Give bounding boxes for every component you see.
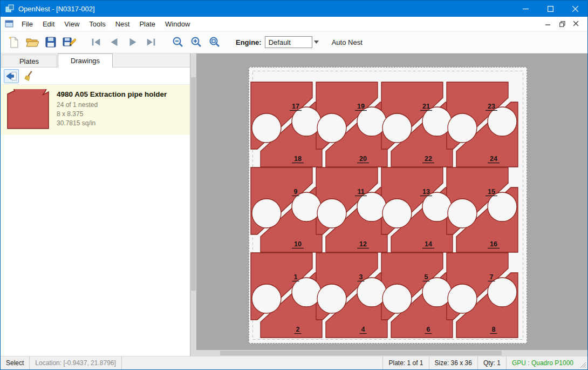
nest-canvas[interactable]: 171819202122232491011121314151612345678: [190, 53, 587, 356]
vertical-scrollbar[interactable]: [190, 53, 196, 350]
part-number: 3: [359, 273, 363, 281]
open-button[interactable]: [23, 33, 42, 51]
part-number: 22: [425, 155, 432, 163]
part-hole: [357, 192, 386, 221]
tab-drawings[interactable]: Drawings: [58, 53, 113, 68]
new-file-icon: [8, 36, 20, 49]
return-part-button[interactable]: [4, 69, 19, 83]
open-folder-icon: [25, 36, 39, 49]
part-hole: [488, 278, 517, 307]
zoom-fit-icon: [208, 36, 221, 49]
previous-plate-button[interactable]: [105, 33, 124, 51]
engine-value: Default: [269, 38, 291, 46]
part-hole: [382, 199, 412, 228]
part-number: 24: [490, 155, 497, 163]
menu-item-view[interactable]: View: [59, 17, 84, 31]
content-area: Plates Drawings 4980 A05 Extraction pipe…: [1, 53, 587, 356]
scrollbar-corner: [190, 350, 196, 356]
save-icon: [44, 36, 57, 49]
document-window-icon[interactable]: [5, 19, 13, 28]
titlebar: OpenNest - [N0317-002]: [1, 1, 587, 17]
clean-button[interactable]: [22, 69, 37, 83]
chevron-down-icon[interactable]: [312, 36, 321, 48]
part-hole: [488, 107, 517, 136]
mdi-restore-button[interactable]: [555, 18, 569, 29]
part-number: 4: [361, 326, 365, 333]
part-number: 21: [422, 103, 430, 110]
next-arrow-icon: [127, 36, 139, 48]
part-hole: [252, 199, 281, 228]
menubar: FileEditViewToolsNestPlateWindow: [1, 17, 587, 31]
part-hole: [317, 199, 346, 228]
status-qty: Qty: 1: [478, 356, 506, 369]
menu: FileEditViewToolsNestPlateWindow: [17, 17, 195, 31]
last-plate-button[interactable]: [142, 33, 160, 51]
vertical-scrollbar-thumb[interactable]: [191, 77, 196, 291]
part-hole: [292, 107, 321, 136]
drawing-list-item[interactable]: 4980 A05 Extraction pipe holder 24 of 1 …: [1, 85, 190, 134]
plate-sheet[interactable]: 171819202122232491011121314151612345678: [249, 67, 527, 344]
menu-item-file[interactable]: File: [17, 17, 38, 31]
menu-item-nest[interactable]: Nest: [111, 17, 135, 31]
back-arrow-icon: [5, 71, 17, 82]
mdi-close-button[interactable]: [569, 18, 583, 29]
zoom-fit-button[interactable]: [206, 33, 224, 51]
part-number: 15: [488, 188, 495, 196]
part-number: 10: [294, 240, 302, 248]
part-hole: [317, 113, 346, 143]
first-arrow-icon: [90, 36, 102, 48]
part-number: 18: [294, 155, 302, 163]
part-hole: [488, 192, 517, 221]
menu-item-window[interactable]: Window: [160, 17, 195, 31]
status-size: Size: 36 x 36: [429, 356, 477, 369]
menu-item-edit[interactable]: Edit: [38, 17, 59, 31]
part-hole: [422, 107, 452, 136]
statusbar: Select Location: [-0.9437, 21.8796] Plat…: [1, 356, 587, 369]
zoom-in-button[interactable]: [187, 33, 206, 51]
menu-item-plate[interactable]: Plate: [134, 17, 160, 31]
save-as-button[interactable]: [60, 33, 78, 51]
zoom-out-icon: [172, 36, 184, 49]
menu-item-tools[interactable]: Tools: [84, 17, 110, 31]
app-icon: [5, 4, 14, 13]
horizontal-scrollbar[interactable]: [196, 350, 587, 356]
part-number: 23: [488, 103, 495, 110]
next-plate-button[interactable]: [124, 33, 142, 51]
part-number: 14: [425, 240, 432, 248]
status-location: Location: [-0.9437, 21.8796]: [30, 356, 121, 369]
tab-plates[interactable]: Plates: [2, 55, 57, 67]
sidebar: Plates Drawings 4980 A05 Extraction pipe…: [1, 53, 190, 356]
drawing-title: 4980 A05 Extraction pipe holder: [57, 90, 167, 98]
part-number: 11: [357, 188, 364, 196]
zoom-in-icon: [190, 36, 203, 49]
save-button[interactable]: [42, 33, 60, 51]
window-title: OpenNest - [N0317-002]: [18, 5, 95, 13]
drawing-area: 30.7815 sq/in: [57, 119, 167, 128]
part-hole: [448, 199, 477, 228]
first-plate-button[interactable]: [87, 33, 105, 51]
close-button[interactable]: [563, 1, 587, 17]
part-number: 12: [359, 240, 367, 248]
part-number: 1: [294, 273, 298, 281]
engine-select[interactable]: Default: [265, 36, 312, 48]
app-window: OpenNest - [N0317-002] FileEditViewTools…: [0, 0, 588, 370]
zoom-out-button[interactable]: [169, 33, 187, 51]
part-hole: [357, 278, 386, 307]
part-number: 5: [425, 273, 428, 281]
horizontal-scrollbar-thumb[interactable]: [220, 351, 502, 355]
new-file-button[interactable]: [5, 33, 23, 51]
maximize-button[interactable]: [538, 1, 563, 17]
drawing-nested-count: 24 of 1 nested: [57, 100, 167, 110]
minimize-button[interactable]: [513, 1, 538, 17]
mdi-minimize-button[interactable]: [541, 18, 555, 29]
part-number: 16: [490, 240, 497, 248]
drawings-toolbar: [1, 68, 190, 85]
status-right: Plate: 1 of 1 Size: 36 x 36 Qty: 1 GPU :…: [382, 356, 587, 369]
part-number: 17: [292, 103, 299, 110]
auto-nest-button[interactable]: Auto Nest: [329, 37, 366, 48]
save-edit-icon: [62, 36, 76, 49]
resize-grip-icon[interactable]: [579, 361, 586, 368]
part-hole: [252, 113, 281, 143]
broom-icon: [24, 70, 36, 82]
engine-label: Engine:: [236, 38, 262, 46]
